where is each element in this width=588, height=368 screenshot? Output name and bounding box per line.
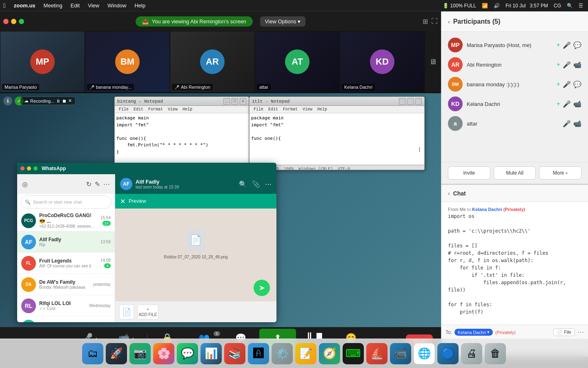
recording-badge[interactable]: ☁ Recording... ⏸ ⏹ ✕ xyxy=(20,96,76,105)
wa-chat-alif[interactable]: AF Alif Fadly Rip 13:58 xyxy=(17,231,115,253)
dock-terminal[interactable]: ⌨ xyxy=(343,343,364,364)
dock-app-store[interactable]: 🅰 xyxy=(248,343,269,364)
p-add-icon-kelana[interactable]: + xyxy=(557,100,560,108)
notepad2-close[interactable] xyxy=(415,98,422,105)
notepad2-help-menu[interactable]: Help xyxy=(315,106,330,113)
edit-menu[interactable]: Edit xyxy=(67,2,83,9)
wa-attach-icon[interactable]: 📎 xyxy=(252,180,260,188)
whatsapp-preview-bar[interactable]: ✕ Preview xyxy=(115,194,276,209)
notepad2-view-menu[interactable]: View xyxy=(300,106,315,113)
notepad2-format-menu[interactable]: Format xyxy=(281,106,300,113)
grid-view-icon[interactable]: ⊞ xyxy=(423,18,428,25)
dock-print[interactable]: 🖨 xyxy=(461,343,482,364)
dock-photos[interactable]: 🌸 xyxy=(153,343,174,364)
participant-thumb-banana[interactable]: BM 🎤 banana monday... xyxy=(85,31,170,92)
p-mic-red-icon-abi[interactable]: 🎤 xyxy=(563,61,571,69)
p-chat-icon-banana[interactable]: 💬 xyxy=(573,81,581,88)
notepad1-help-menu[interactable]: Help xyxy=(180,106,195,113)
notepad1-minimize[interactable]: _ xyxy=(223,98,230,105)
wa-minimize[interactable] xyxy=(27,166,31,171)
notepad2-edit-menu[interactable]: Edit xyxy=(266,106,281,113)
notepad1-format-menu[interactable]: Format xyxy=(146,106,165,113)
close-button[interactable] xyxy=(3,19,9,24)
whatsapp-search[interactable]: 🔍 Search or start new chat xyxy=(20,195,111,209)
p-add-icon-abi[interactable]: + xyxy=(557,61,560,68)
close-recording-icon[interactable]: ✕ xyxy=(68,98,72,103)
wa-new-chat-icon[interactable]: ✎ xyxy=(95,180,100,188)
wa-chat-fruit[interactable]: FL Fruit Legends Alif: Of course you can… xyxy=(17,253,115,274)
dock-sublime[interactable]: ⛵ xyxy=(366,343,388,364)
dock-trash[interactable]: 🗑 xyxy=(485,343,506,364)
notepad2-minimize[interactable] xyxy=(399,98,405,105)
p-video-red-icon-kelana[interactable]: 📹 xyxy=(573,100,581,108)
wa-menu-icon[interactable]: ⋯ xyxy=(103,180,110,188)
dock-finder[interactable]: 🗂 xyxy=(82,343,103,364)
fullscreen-icon[interactable]: ⛶ xyxy=(431,18,438,25)
dock-system-prefs[interactable]: ⚙️ xyxy=(272,343,293,364)
minimize-button[interactable] xyxy=(11,19,16,24)
p-video-red-icon-abi[interactable]: 📹 xyxy=(573,61,581,69)
collapse-chat-icon[interactable]: ‹ xyxy=(448,190,450,197)
p-mic-icon-kelana[interactable]: 🎤 xyxy=(563,100,571,108)
participant-thumb-abi[interactable]: AR 🎤 Abi Remington xyxy=(170,31,255,92)
notepad1-maximize[interactable]: □ xyxy=(232,98,238,105)
dock-zoom[interactable]: 📹 xyxy=(390,343,411,364)
collapse-participants-icon[interactable]: ‹ xyxy=(448,18,450,25)
apple-logo-icon[interactable]:  xyxy=(3,2,6,9)
notepad1-edit-menu[interactable]: Edit xyxy=(131,106,146,113)
pause-icon[interactable]: ⏸ xyxy=(56,99,60,103)
dock-messages[interactable]: 💬 xyxy=(177,343,198,364)
p-mic-icon-marisa[interactable]: 🎤 xyxy=(563,41,571,49)
p-video-red-icon-attar[interactable]: 📹 xyxy=(573,120,581,128)
dock-stickies[interactable]: 📝 xyxy=(295,343,316,364)
p-chat-icon-marisa[interactable]: 💬 xyxy=(573,41,581,49)
wa-add-file-btn[interactable]: + ADD FILE xyxy=(137,305,158,319)
info-icon[interactable]: ℹ xyxy=(3,96,12,105)
view-menu[interactable]: View xyxy=(85,2,102,9)
wa-chat-aji[interactable]: AW Aji Wahono bit.ly/ngegamepenting Daft… xyxy=(17,316,115,322)
notepad2-content[interactable]: package main import "fmt" func one(){ xyxy=(249,113,424,165)
dock-chrome[interactable]: 🌐 xyxy=(414,343,435,364)
notepad1-file-menu[interactable]: File xyxy=(116,106,131,113)
dock-system-blue[interactable]: 🔵 xyxy=(437,343,459,364)
dock-keynote[interactable]: 📊 xyxy=(200,343,222,364)
dock-safari[interactable]: 🧭 xyxy=(319,343,340,364)
wa-status-icon[interactable]: ◎ xyxy=(22,180,28,188)
notepad2-file-menu[interactable]: File xyxy=(251,106,266,113)
app-name-menu[interactable]: zoom.us xyxy=(11,2,39,9)
notification-icon[interactable]: ☰ xyxy=(577,3,585,9)
wa-search-chat-icon[interactable]: 🔍 xyxy=(239,180,247,188)
screen-icon[interactable]: 🖥 xyxy=(428,56,438,68)
participant-thumb-marisa[interactable]: MP Marisa Paryasto xyxy=(0,31,85,92)
view-options-button[interactable]: View Options ▾ xyxy=(260,16,305,27)
wa-chat-rifqi[interactable]: RL Rifqi LOL LOI ✓✓ Cool Wednesday xyxy=(17,295,115,316)
notepad1-content[interactable]: package main import "fmt" func one(){ fm… xyxy=(115,113,249,165)
wa-preview-close[interactable]: ✕ xyxy=(120,197,125,205)
wa-refresh-icon[interactable]: ↻ xyxy=(86,180,91,188)
p-mic-red-icon-attar[interactable]: 🎤 xyxy=(563,120,571,128)
dock-launchpad[interactable]: 🚀 xyxy=(106,343,127,364)
invite-button[interactable]: Invite xyxy=(448,166,490,180)
notepad2-maximize[interactable] xyxy=(407,98,414,105)
p-add-icon-marisa[interactable]: + xyxy=(557,41,560,49)
participant-thumb-kelana[interactable]: KD Kelana Dachri xyxy=(340,31,425,92)
chat-file-button[interactable]: 📄 File xyxy=(553,328,575,336)
more-button[interactable]: More ▾ xyxy=(539,166,581,180)
window-menu[interactable]: Window xyxy=(104,2,129,9)
wa-chat-procode[interactable]: PCG ProCoDeRsCG GANG! 😎 ... +62 812-2438… xyxy=(17,210,115,231)
wa-more-icon[interactable]: ⋯ xyxy=(265,180,272,188)
wa-chat-deaw[interactable]: DA De AW's Family Bunda: Makasih pakaaaa… xyxy=(17,274,115,295)
p-add-icon-banana[interactable]: + xyxy=(557,81,560,88)
wa-close[interactable] xyxy=(20,166,24,171)
fullscreen-button[interactable] xyxy=(19,19,24,24)
search-icon[interactable]: 🔍 xyxy=(565,3,575,9)
stop-icon[interactable]: ⏹ xyxy=(62,99,67,103)
help-menu[interactable]: Help xyxy=(131,2,149,9)
dock-photos-app[interactable]: 📷 xyxy=(129,343,151,364)
p-mic-icon-banana[interactable]: 🎤 xyxy=(563,81,571,88)
mute-all-button[interactable]: Mute All xyxy=(494,166,536,180)
wa-attach-file-btn[interactable]: 📄 xyxy=(119,305,134,319)
notepad1-close[interactable]: ✕ xyxy=(240,98,246,105)
participant-thumb-attar[interactable]: AT attar xyxy=(255,31,340,92)
meeting-menu[interactable]: Meeting xyxy=(40,2,66,9)
